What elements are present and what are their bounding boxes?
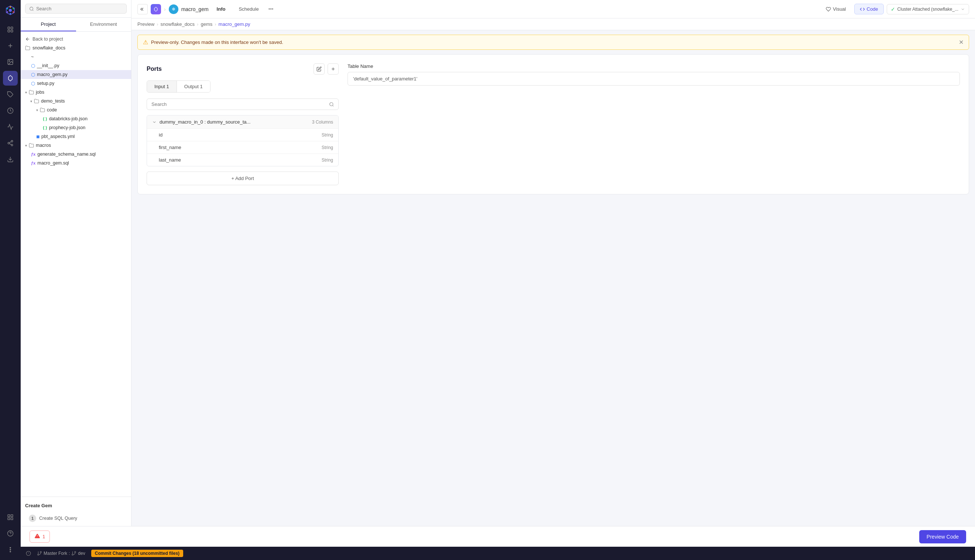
commit-changes-btn[interactable]: Commit Changes (18 uncommitted files) (91, 550, 183, 557)
breadcrumb: Preview › snowflake_docs › gems › macro_… (132, 18, 975, 30)
home-icon[interactable] (3, 22, 18, 37)
generate-schema-label: generate_schema_name.sql (37, 152, 96, 157)
gem-icon[interactable] (3, 71, 18, 86)
tab-schedule[interactable]: Schedule (233, 4, 264, 14)
search-input[interactable] (36, 6, 123, 12)
prophecy-job-label: prophecy-job.json (49, 125, 86, 130)
svg-point-15 (9, 60, 10, 61)
port-group-header[interactable]: dummy_macro_in_0 : dummy_source_ta... 3 … (147, 115, 338, 128)
svg-point-19 (11, 140, 13, 142)
top-nav: › ❄ macro_gem Info Schedule ••• Visual C… (132, 0, 975, 18)
flow-icon[interactable] (3, 136, 18, 150)
port-group: dummy_macro_in_0 : dummy_source_ta... 3 … (147, 115, 339, 167)
preview-code-btn[interactable]: Preview Code (919, 530, 966, 543)
step-1-num: 1 (29, 515, 36, 522)
svg-point-6 (7, 12, 8, 13)
nav-more-btn[interactable]: ••• (267, 5, 275, 13)
python-icon-macro: ⬡ (31, 72, 35, 77)
svg-point-1 (9, 9, 12, 12)
col-type-firstname: String (322, 145, 333, 150)
tab-visual[interactable]: Visual (821, 4, 851, 14)
git-branch-icon (37, 551, 42, 556)
ports-add-btn[interactable] (328, 63, 339, 75)
tree-item-prophecy-job[interactable]: { } prophecy-job.json (21, 123, 131, 132)
tree-item-macro-gem-sql[interactable]: ƒx macro_gem.sql (21, 158, 131, 167)
nav-back-btn[interactable] (137, 4, 148, 14)
breadcrumb-sep-2: › (197, 22, 198, 27)
tree-item-init[interactable]: ⬡ __init__.py (21, 61, 131, 70)
help-icon[interactable] (3, 526, 18, 541)
grid-icon[interactable] (3, 510, 18, 525)
col-name-firstname: first_name (159, 145, 319, 150)
clock-icon[interactable] (3, 103, 18, 118)
output-label: Output (184, 84, 199, 89)
tree-item-code[interactable]: ▾ code (21, 105, 131, 114)
svg-rect-26 (11, 515, 13, 517)
python-icon-setup: ⬡ (31, 81, 35, 86)
jobs-label: jobs (36, 90, 44, 95)
nav-title: macro_gem (181, 6, 209, 12)
tab-code[interactable]: Code (854, 4, 884, 14)
col-type-lastname: String (322, 158, 333, 163)
nav-snowflake-icon: ❄ (169, 5, 178, 14)
cluster-btn[interactable]: ✓ Cluster Attached (snowflake_... (887, 4, 969, 14)
tree-item-generate-schema[interactable]: ƒx generate_schema_name.sql (21, 150, 131, 158)
download-icon[interactable] (3, 152, 18, 167)
tree-item-tilde[interactable]: ~ (21, 52, 131, 61)
tree-item-macros[interactable]: ▾ macros (21, 141, 131, 150)
tree-item-demo-tests[interactable]: ▾ demo_tests (21, 97, 131, 105)
create-gem-title: Create Gem (25, 503, 127, 508)
ports-edit-btn[interactable] (314, 63, 324, 75)
image-icon[interactable] (3, 55, 18, 69)
svg-rect-11 (11, 30, 13, 32)
more-icon[interactable] (3, 542, 18, 557)
svg-point-31 (10, 547, 11, 548)
warning-close-btn[interactable]: ✕ (959, 39, 963, 46)
breadcrumb-gems[interactable]: gems (201, 22, 212, 27)
tab-project[interactable]: Project (21, 18, 76, 32)
svg-point-48 (40, 552, 42, 553)
activity-icon[interactable] (3, 120, 18, 134)
port-search-input[interactable] (151, 102, 327, 107)
svg-rect-8 (8, 27, 10, 29)
heart-icon (826, 7, 831, 12)
tree-item-setup[interactable]: ⬡ setup.py (21, 79, 131, 88)
svg-point-7 (7, 8, 8, 10)
port-tab-input[interactable]: Input 1 (147, 81, 177, 92)
svg-marker-37 (154, 7, 157, 12)
bottom-bar: Master Fork : dev Commit Changes (18 unc… (21, 547, 975, 560)
tree-item-databricks[interactable]: { } databricks-job.json (21, 114, 131, 123)
back-to-project[interactable]: Back to project (21, 35, 131, 43)
logo-icon[interactable] (3, 3, 18, 18)
breadcrumb-macro-gem-py[interactable]: macro_gem.py (219, 22, 251, 27)
tag-icon[interactable] (3, 87, 18, 102)
input-label: Input (154, 84, 165, 89)
tree-item-pbt[interactable]: ◼ pbt_aspects.yml (21, 132, 131, 141)
port-search[interactable] (147, 98, 339, 110)
init-label: __init__.py (37, 63, 59, 68)
branch-name: Master Fork (43, 551, 67, 556)
breadcrumb-sep-3: › (214, 22, 216, 27)
two-col-layout: Ports Input 1 (147, 63, 960, 185)
col-type-id: String (322, 132, 333, 138)
gem-step-1[interactable]: 1 Create SQL Query (25, 512, 127, 525)
info-icon[interactable] (26, 551, 31, 556)
port-tab-output[interactable]: Output 1 (177, 81, 210, 92)
breadcrumb-preview[interactable]: Preview (137, 22, 154, 27)
file-panel: Project Environment Back to project snow… (21, 0, 132, 560)
add-icon[interactable] (3, 38, 18, 53)
tab-environment[interactable]: Environment (76, 18, 132, 32)
svg-point-4 (13, 12, 14, 13)
tab-info[interactable]: Info (212, 4, 231, 14)
table-name-input[interactable] (348, 72, 960, 86)
tree-item-macro-gem-py[interactable]: ⬡ macro_gem.py (21, 70, 131, 79)
tree-root[interactable]: snowflake_docs (21, 43, 131, 52)
file-tree: Back to project snowflake_docs ~ ⬡ __ini… (21, 32, 131, 497)
tilde-label: ~ (31, 54, 33, 59)
search-wrap[interactable] (25, 4, 127, 13)
col-name-id: id (159, 132, 319, 138)
breadcrumb-snowflake-docs[interactable]: snowflake_docs (161, 22, 195, 27)
svg-point-2 (10, 6, 11, 8)
add-port-btn[interactable]: + Add Port (147, 172, 339, 185)
tree-item-jobs[interactable]: ▾ jobs (21, 88, 131, 97)
